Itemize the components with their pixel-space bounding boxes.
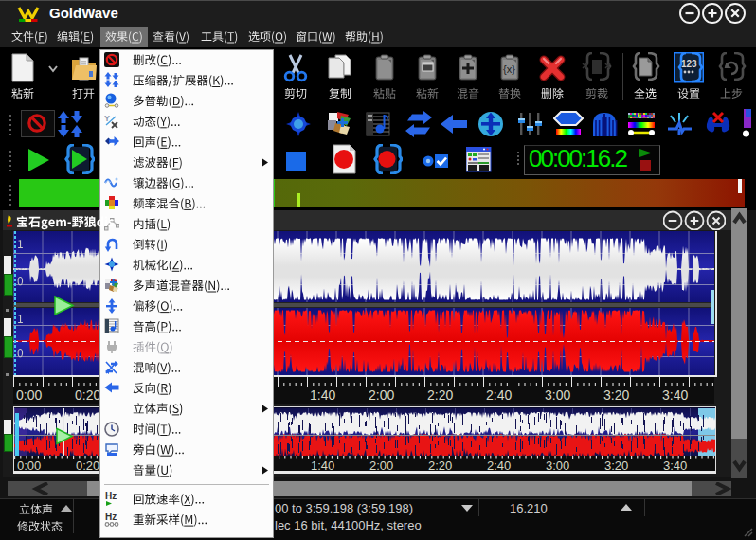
- svg-text:Hz: Hz: [105, 512, 117, 522]
- svg-text:123: 123: [681, 59, 697, 69]
- svg-text:Hz: Hz: [105, 491, 117, 501]
- svg-text:{x}: {x}: [503, 63, 515, 75]
